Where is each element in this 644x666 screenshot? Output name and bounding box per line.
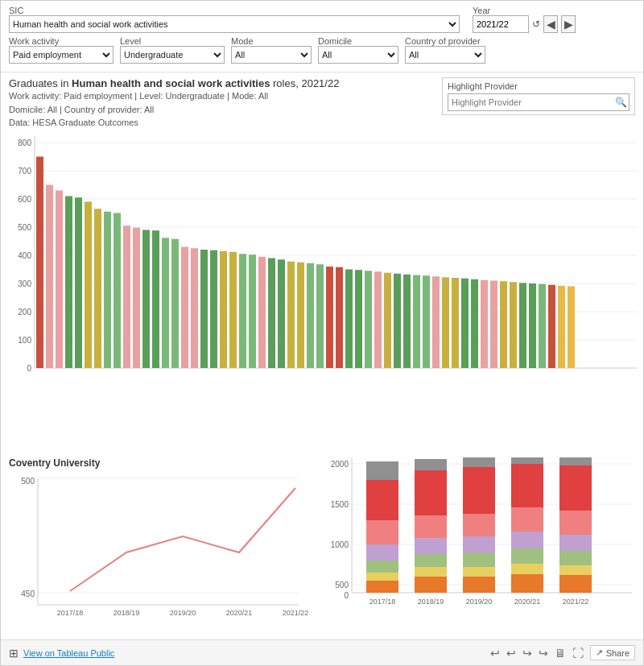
share-button[interactable]: ↗ Share	[590, 645, 635, 660]
svg-rect-121	[463, 567, 495, 577]
sic-select[interactable]: Human health and social work activities	[9, 15, 460, 33]
svg-rect-139	[559, 465, 592, 511]
svg-rect-46	[297, 262, 304, 367]
svg-text:800: 800	[18, 139, 31, 147]
mode-select[interactable]: All	[231, 46, 312, 64]
svg-rect-31	[152, 230, 159, 368]
svg-rect-112	[366, 461, 398, 480]
svg-rect-66	[490, 280, 497, 368]
svg-rect-111	[366, 480, 398, 520]
svg-rect-42	[258, 256, 266, 367]
highlight-label: Highlight Provider	[448, 81, 630, 91]
svg-rect-67	[500, 281, 507, 368]
svg-text:2019/20: 2019/20	[170, 609, 196, 617]
chart-subtitle1: Work activity: Paid employment | Level: …	[9, 89, 339, 103]
svg-rect-22	[65, 196, 72, 368]
svg-rect-23	[75, 197, 82, 368]
next-year-icon[interactable]: ▶	[561, 15, 576, 33]
svg-text:0: 0	[27, 364, 31, 373]
undo-icon[interactable]: ↩	[490, 647, 500, 660]
undo2-icon[interactable]: ↩	[506, 647, 516, 660]
svg-rect-20	[46, 184, 53, 368]
svg-rect-54	[374, 271, 382, 368]
svg-rect-21	[56, 190, 63, 368]
svg-rect-131	[511, 507, 543, 532]
svg-rect-70	[529, 283, 536, 368]
svg-rect-122	[463, 552, 495, 567]
svg-text:500: 500	[335, 581, 349, 589]
svg-rect-38	[220, 250, 227, 367]
search-icon[interactable]: 🔍	[613, 94, 629, 110]
svg-rect-51	[345, 269, 353, 368]
svg-rect-127	[511, 574, 543, 593]
svg-rect-24	[85, 201, 92, 368]
svg-text:2021/22: 2021/22	[563, 598, 589, 606]
highlight-input[interactable]	[448, 94, 613, 110]
prev-year-icon[interactable]: ◀	[543, 15, 558, 33]
svg-rect-119	[415, 459, 447, 470]
svg-rect-40	[239, 254, 246, 368]
svg-rect-134	[559, 575, 592, 593]
device-icon[interactable]: 🖥	[555, 647, 566, 660]
svg-rect-60	[432, 276, 440, 368]
svg-rect-57	[403, 274, 411, 367]
svg-rect-71	[539, 283, 546, 367]
svg-rect-26	[104, 211, 111, 367]
svg-rect-69	[519, 283, 526, 368]
svg-rect-41	[249, 254, 256, 368]
chart-subtitle3: Data: HESA Graduate Outcomes	[9, 116, 339, 130]
svg-rect-106	[366, 581, 398, 593]
svg-rect-118	[415, 470, 447, 515]
svg-text:2020/21: 2020/21	[514, 598, 541, 606]
svg-rect-73	[558, 285, 565, 367]
svg-rect-39	[229, 251, 237, 367]
highlight-input-row: 🔍	[448, 93, 630, 111]
svg-rect-113	[415, 577, 447, 593]
stacked-bar-chart: 2000 1500 1000 500 0	[326, 457, 635, 636]
svg-rect-34	[181, 246, 188, 368]
svg-text:0: 0	[344, 591, 349, 600]
svg-rect-115	[415, 554, 447, 567]
svg-rect-116	[415, 538, 447, 554]
svg-rect-74	[568, 286, 575, 368]
tableau-link[interactable]: View on Tableau Public	[23, 648, 114, 658]
svg-text:2000: 2000	[331, 460, 349, 469]
svg-rect-138	[559, 511, 592, 535]
svg-rect-123	[463, 536, 495, 552]
level-label: Level	[120, 36, 225, 46]
svg-text:2018/19: 2018/19	[418, 598, 444, 606]
svg-text:500: 500	[18, 223, 31, 232]
work-activity-select[interactable]: Paid employment	[9, 46, 114, 64]
year-input[interactable]	[473, 15, 529, 33]
svg-rect-64	[471, 279, 478, 367]
svg-rect-140	[559, 457, 592, 465]
tableau-grid-icon: ⊞	[9, 647, 19, 660]
domicile-select[interactable]: All	[318, 46, 398, 64]
svg-rect-19	[36, 156, 43, 368]
chart-title: Graduates in Human health and social wor…	[9, 77, 339, 89]
redo2-icon[interactable]: ↪	[539, 647, 548, 660]
svg-rect-53	[365, 271, 372, 368]
svg-text:1500: 1500	[331, 500, 349, 509]
redo-icon[interactable]: ↪	[522, 647, 532, 660]
svg-rect-47	[307, 263, 314, 367]
svg-rect-137	[559, 535, 592, 551]
mode-label: Mode	[231, 36, 312, 46]
country-select[interactable]: All	[405, 46, 485, 64]
svg-rect-130	[511, 532, 543, 548]
svg-text:2019/20: 2019/20	[466, 598, 493, 606]
svg-rect-49	[326, 267, 333, 368]
svg-text:2021/22: 2021/22	[283, 609, 309, 617]
svg-rect-35	[191, 248, 198, 368]
svg-rect-114	[415, 567, 447, 577]
main-bar-chart: 800 700 600 500 400 300 200 100 0	[9, 136, 635, 402]
svg-rect-135	[559, 565, 592, 575]
level-select[interactable]: Undergraduate	[120, 46, 225, 64]
chart-subtitle2: Domicile: All | Country of provider: All	[9, 103, 339, 117]
svg-rect-133	[511, 457, 543, 464]
svg-rect-52	[355, 270, 362, 368]
fullscreen-icon[interactable]: ⛶	[572, 647, 584, 660]
refresh-icon[interactable]: ↺	[532, 19, 540, 30]
year-label: Year	[473, 6, 576, 15]
svg-rect-29	[133, 227, 140, 367]
